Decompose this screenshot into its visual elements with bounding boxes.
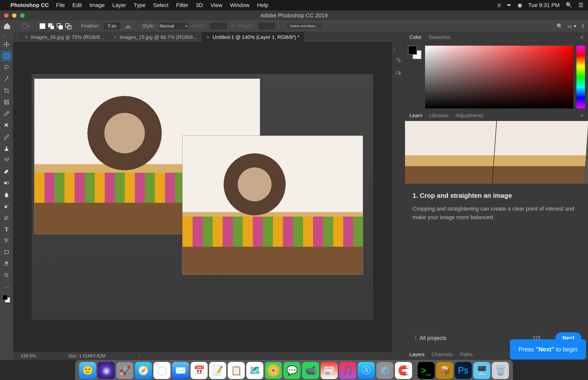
dock-screens[interactable]: 🖥️ <box>473 362 490 379</box>
dock-mail[interactable]: ✉️ <box>172 362 189 379</box>
learn-back-button[interactable]: 〈 All projects <box>411 334 447 342</box>
clone-stamp-tool[interactable] <box>2 143 12 153</box>
tab-paths[interactable]: Paths <box>460 352 473 357</box>
tab-layers[interactable]: Layers <box>409 352 425 357</box>
antialias-icon[interactable]: ◢◣ <box>124 23 132 29</box>
dock-magnet[interactable]: 🧲 <box>395 362 412 379</box>
menu-image[interactable]: Image <box>89 2 105 9</box>
close-tab-icon[interactable]: ✕ <box>206 35 210 40</box>
dock-messages[interactable]: 💬 <box>283 362 301 379</box>
history-panel-icon[interactable] <box>395 57 402 64</box>
dock-itunes[interactable]: 🎵 <box>339 362 356 379</box>
menu-select[interactable]: Select <box>153 2 168 9</box>
creative-cloud-icon[interactable]: ◉ <box>517 2 522 9</box>
doc-tab-1[interactable]: ✕Images_15.jpg @ 66.7% (RGB/8... <box>109 32 202 42</box>
dock-photos[interactable]: ✿ <box>265 362 282 379</box>
menubar-clock[interactable]: Tue 9:31 PM <box>528 2 560 9</box>
add-selection-icon[interactable] <box>48 23 54 29</box>
dock-facetime[interactable]: 📹 <box>302 362 319 379</box>
lasso-tool[interactable] <box>2 62 12 73</box>
feather-input[interactable] <box>103 22 121 30</box>
select-and-mask-button[interactable]: Select and Mask... <box>286 23 322 29</box>
device-preview-icon[interactable] <box>395 69 402 76</box>
dock-launchpad[interactable]: 🚀 <box>116 362 133 379</box>
new-selection-icon[interactable] <box>40 23 45 29</box>
dock-safari[interactable]: 🧭 <box>135 362 152 379</box>
tab-adjustments[interactable]: Adjustments <box>456 113 483 118</box>
canvas-viewport[interactable] <box>13 42 392 352</box>
ink-icon[interactable]: ✒ <box>507 2 511 9</box>
hand-tool[interactable] <box>2 259 12 269</box>
menu-edit[interactable]: Edit <box>72 2 82 9</box>
home-icon[interactable] <box>3 22 11 30</box>
rectangular-marquee-tool[interactable] <box>2 51 12 61</box>
search-icon[interactable]: 🔍 <box>557 23 563 29</box>
menu-type[interactable]: Type <box>134 2 146 9</box>
doc-tab-2[interactable]: ✕Untitled-1 @ 140% (Layer 1, RGB/8*) * <box>202 32 304 42</box>
path-selection-tool[interactable] <box>2 236 12 246</box>
dock-chevron-icon[interactable]: « <box>393 47 398 51</box>
rectangle-tool[interactable] <box>2 247 12 257</box>
zoom-tool[interactable] <box>2 270 12 280</box>
fg-bg-swatch[interactable] <box>2 293 12 304</box>
menu-view[interactable]: View <box>210 2 222 9</box>
close-window-button[interactable] <box>4 13 9 18</box>
healing-brush-tool[interactable] <box>2 120 12 130</box>
pen-tool[interactable] <box>2 213 12 223</box>
dock-reminders[interactable]: 📋 <box>228 362 245 379</box>
eraser-tool[interactable] <box>2 166 12 176</box>
doc-size[interactable]: Doc: 1.91M/3.82M <box>69 353 105 359</box>
edit-toolbar-icon[interactable]: ⋯ <box>2 282 12 292</box>
tab-libraries[interactable]: Libraries <box>429 113 449 118</box>
dock-notes[interactable]: 📝 <box>209 362 226 379</box>
subtract-selection-icon[interactable] <box>57 23 62 29</box>
menu-3d[interactable]: 3D <box>196 2 203 9</box>
zoom-level[interactable]: 139.6% <box>21 353 36 359</box>
tab-channels[interactable]: Channels <box>432 352 453 357</box>
gradient-tool[interactable] <box>2 178 12 188</box>
dock-terminal[interactable]: >_ <box>418 362 435 379</box>
close-tab-icon[interactable]: ✕ <box>113 35 117 40</box>
move-tool[interactable] <box>2 39 12 49</box>
frame-tool[interactable] <box>2 97 12 107</box>
dock-trash[interactable]: 🗑️ <box>492 362 509 379</box>
menu-file[interactable]: File <box>56 2 65 9</box>
panel-menu-icon[interactable]: ≡ <box>580 34 583 40</box>
list-icon[interactable]: ☰ <box>578 2 583 9</box>
dock-chrome[interactable]: ◯ <box>153 362 170 379</box>
tabs-chevron-icon[interactable]: » <box>15 32 20 42</box>
panel-menu-icon[interactable]: ≡ <box>580 113 583 118</box>
zoom-window-button[interactable] <box>20 13 25 18</box>
crop-tool[interactable] <box>2 86 12 96</box>
dock-maps[interactable]: 🗺️ <box>246 362 263 379</box>
dock-calendar[interactable]: 📅 <box>191 362 208 379</box>
tab-learn[interactable]: Learn <box>409 113 422 118</box>
view-mode-icon[interactable]: ▭ ▾ <box>567 23 576 29</box>
airplay-icon[interactable]: ⎚ <box>498 2 501 9</box>
intersect-selection-icon[interactable] <box>65 23 71 29</box>
share-icon[interactable]: ⇪ <box>581 23 585 29</box>
tab-color[interactable]: Color <box>409 34 422 40</box>
tab-swatches[interactable]: Swatches <box>429 34 450 40</box>
blur-tool[interactable] <box>2 189 12 200</box>
foreground-swatch[interactable] <box>408 46 417 55</box>
tools-expand-icon[interactable]: » <box>4 34 9 38</box>
type-tool[interactable]: T <box>2 224 12 234</box>
dock-finder[interactable]: 🙂 <box>79 362 96 379</box>
doc-tab-0[interactable]: ✕Images_56.jpg @ 75% (RGB/8... <box>20 32 109 42</box>
color-field[interactable] <box>425 46 573 108</box>
dock-box[interactable]: 📦 <box>436 362 453 379</box>
magic-wand-tool[interactable] <box>2 74 12 84</box>
minimize-window-button[interactable] <box>12 13 17 18</box>
canvas[interactable] <box>32 74 373 320</box>
dock-appstore[interactable]: Ⓐ <box>358 362 375 379</box>
marquee-preset-icon[interactable]: ▾ <box>21 22 29 30</box>
dock-settings[interactable]: ⚙️ <box>376 362 393 379</box>
menu-filter[interactable]: Filter <box>176 2 188 9</box>
style-select[interactable]: Normal <box>158 22 189 30</box>
close-tab-icon[interactable]: ✕ <box>25 35 28 40</box>
history-brush-tool[interactable] <box>2 155 12 165</box>
fg-bg-color[interactable] <box>408 46 422 107</box>
app-name[interactable]: Photoshop CC <box>11 2 49 9</box>
dodge-tool[interactable] <box>2 201 12 211</box>
